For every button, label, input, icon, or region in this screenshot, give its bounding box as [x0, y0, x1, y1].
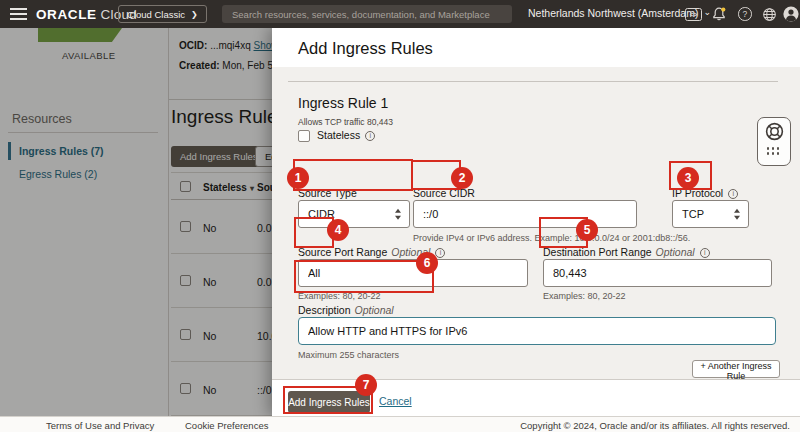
copyright-text: Copyright © 2024, Oracle and/or its affi…	[520, 420, 790, 431]
chevron-down-icon: ⌄	[703, 7, 711, 17]
description-input[interactable]	[298, 317, 776, 345]
rule-note: Allows TCP traffic 80,443	[298, 117, 393, 127]
annotation-circle-3: 3	[677, 167, 699, 189]
annotation-circle-7: 7	[355, 374, 377, 396]
cloud-shell-icon[interactable]: <>	[685, 8, 702, 21]
dest-port-label: Destination Port RangeOptionali	[543, 246, 710, 258]
ip-protocol-label: IP Protocoli	[672, 187, 738, 199]
info-icon[interactable]: i	[435, 248, 445, 258]
terms-link[interactable]: Terms of Use and Privacy	[46, 420, 154, 431]
annotation-circle-4: 4	[327, 219, 349, 241]
cookie-preferences-link[interactable]: Cookie Preferences	[185, 420, 268, 431]
search-input[interactable]	[222, 5, 512, 23]
cloud-classic-button[interactable]: Cloud Classic❯	[118, 5, 207, 23]
screen: ORACLECloud Cloud Classic❯ Netherlands N…	[0, 0, 800, 432]
annotation-circle-6: 6	[416, 252, 438, 274]
add-ingress-rules-submit-button[interactable]: Add Ingress Rules	[288, 391, 370, 413]
stateless-label: Statelessi	[317, 129, 375, 141]
info-icon[interactable]: i	[728, 189, 738, 199]
region-selector[interactable]: Netherlands Northwest (Amsterdam)⌄	[528, 7, 711, 19]
select-spinner-icon	[734, 209, 740, 220]
annotation-circle-2: 2	[451, 167, 473, 189]
another-ingress-rule-button[interactable]: + Another Ingress Rule	[692, 360, 780, 378]
add-ingress-rules-dialog: Add Ingress Rules Ingress Rule 1 Allows …	[272, 28, 800, 416]
description-helper: Maximum 255 characters	[298, 350, 399, 360]
annotation-circle-5: 5	[576, 219, 598, 241]
rule-heading: Ingress Rule 1	[298, 95, 388, 111]
dialog-divider	[288, 81, 778, 82]
dest-port-helper: Examples: 80, 20-22	[543, 291, 626, 301]
notifications-bell-icon[interactable]	[711, 6, 727, 22]
globe-language-icon[interactable]	[762, 7, 777, 22]
select-spinner-icon	[395, 209, 401, 220]
source-port-helper: Examples: 80, 20-22	[298, 291, 381, 301]
source-cidr-label: Source CIDR	[413, 187, 475, 199]
source-cidr-helper: Provide IPv4 or IPv6 address. Example: 1…	[413, 233, 690, 243]
stateless-checkbox[interactable]	[298, 130, 310, 142]
chevron-right-icon: ❯	[191, 10, 198, 19]
source-port-input[interactable]	[298, 259, 528, 287]
page-footer: Terms of Use and Privacy Cookie Preferen…	[0, 416, 800, 432]
user-avatar[interactable]	[783, 6, 799, 22]
dialog-footer: Add Ingress Rules Cancel	[272, 379, 800, 416]
description-label: DescriptionOptional	[298, 304, 394, 316]
source-cidr-input[interactable]	[413, 200, 637, 228]
dialog-body: Ingress Rule 1 Allows TCP traffic 80,443…	[272, 67, 800, 379]
cancel-link[interactable]: Cancel	[379, 395, 412, 407]
brand-oracle: ORACLE	[36, 7, 97, 22]
source-type-select[interactable]: CIDR	[298, 200, 410, 228]
drag-handle-dots-icon[interactable]	[767, 147, 782, 157]
info-icon[interactable]: i	[700, 248, 710, 258]
info-icon[interactable]: i	[365, 131, 375, 141]
topbar: ORACLECloud Cloud Classic❯ Netherlands N…	[0, 0, 800, 28]
help-icon[interactable]: ?	[738, 7, 752, 21]
ip-protocol-select[interactable]: TCP	[672, 200, 749, 228]
floating-help-widget[interactable]	[757, 117, 791, 166]
source-type-label: Source Type	[298, 187, 357, 199]
dialog-title: Add Ingress Rules	[298, 39, 433, 58]
hamburger-menu-icon[interactable]	[10, 8, 27, 20]
annotation-circle-1: 1	[287, 167, 309, 189]
life-ring-icon	[764, 121, 785, 146]
dest-port-input[interactable]	[543, 259, 772, 287]
